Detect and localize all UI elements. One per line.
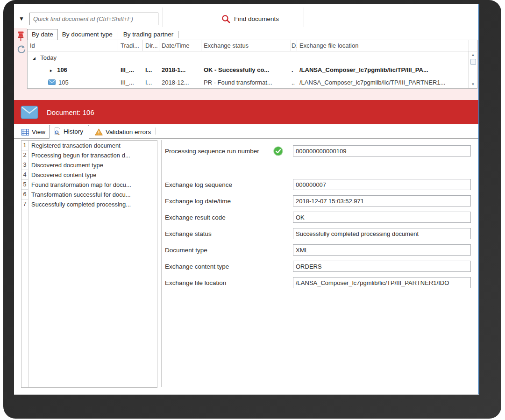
field-label: Document type — [165, 247, 273, 254]
doc-status: PR - Found transformat... — [201, 79, 291, 86]
list-item-number: 7 — [21, 199, 28, 209]
list-item-text: Successfully completed processing... — [28, 201, 131, 208]
doc-status: OK - Successfully co... — [201, 66, 291, 73]
banner-title: Document: 106 — [47, 108, 94, 116]
list-item[interactable]: 7 Successfully completed processing... — [21, 199, 157, 209]
field-row: Exchange log date/time — [165, 195, 273, 206]
documents-table: Id Tradi... Dir... Date/Time Exchange st… — [27, 40, 477, 89]
exchange-result-code-field[interactable] — [293, 212, 471, 223]
scrollbar-header-gap — [469, 40, 477, 51]
doc-d: .. — [291, 79, 297, 86]
doc-trading-partner: III_... — [118, 79, 143, 86]
exchange-content-type-field[interactable] — [293, 261, 471, 272]
history-search-icon — [54, 128, 61, 135]
list-item-number: 5 — [21, 180, 28, 190]
field-label: Exchange result code — [165, 214, 273, 221]
table-scrollbar[interactable]: ▲ ▼ — [469, 51, 477, 88]
field-row: Exchange log sequence — [165, 179, 273, 190]
scrollbar-thumb[interactable] — [470, 59, 476, 65]
processing-sequence-run-number-field[interactable] — [293, 145, 471, 157]
table-view-icon — [21, 129, 29, 135]
toolbar: ▼ Find documents — [14, 4, 478, 28]
exchange-log-datetime-field[interactable] — [293, 195, 471, 206]
list-item[interactable]: 6 Transformation successful for docu... — [21, 190, 157, 199]
success-check-icon — [273, 146, 287, 156]
column-header-file-location[interactable]: Exchange file location — [297, 40, 469, 51]
tab-by-date[interactable]: By date — [27, 29, 58, 40]
list-item-number: 1 — [21, 141, 28, 150]
tab-separator — [118, 31, 118, 38]
column-header-trading[interactable]: Tradi... — [118, 40, 143, 51]
doc-id: 105 — [58, 79, 69, 86]
refresh-icon[interactable] — [16, 44, 27, 55]
exchange-file-location-field[interactable] — [293, 277, 471, 288]
document-banner: Document: 106 — [14, 100, 478, 124]
tab-view[interactable]: View — [18, 127, 49, 138]
doc-direction: I... — [143, 79, 159, 86]
list-item-text: Discovered document type — [28, 162, 103, 169]
field-label: Processing sequence run number — [165, 148, 273, 155]
doc-id: 106 — [57, 66, 67, 73]
doc-datetime: 2018-1... — [159, 66, 201, 73]
tab-separator — [156, 128, 156, 135]
exchange-log-sequence-field[interactable] — [293, 179, 471, 190]
envelope-icon — [21, 106, 38, 119]
screenshot-stage: ▼ Find documents — [0, 0, 505, 420]
scroll-up-icon[interactable]: ▲ — [471, 51, 475, 59]
envelope-icon — [48, 79, 56, 85]
list-item[interactable]: 1 Registered transaction document — [21, 141, 157, 150]
doc-direction: I... — [143, 66, 159, 73]
field-row: Exchange file location — [165, 277, 273, 288]
pin-icon[interactable] — [17, 31, 25, 42]
doc-file-location: /LANSA_Composer_lc7pgmlib/lic/TP/III_PA.… — [297, 66, 469, 73]
column-header-id[interactable]: Id — [28, 40, 118, 51]
tab-by-document-type[interactable]: By document type — [58, 29, 117, 40]
table-header-row: Id Tradi... Dir... Date/Time Exchange st… — [28, 40, 477, 51]
column-header-d[interactable]: D. — [291, 40, 297, 51]
list-item[interactable]: 3 Discovered document type — [21, 160, 157, 170]
field-label: Exchange status — [165, 230, 273, 237]
list-item-number: 2 — [21, 150, 28, 160]
group-row-today[interactable]: ◢ Today — [28, 51, 469, 64]
list-item[interactable]: 2 Processing begun for transaction d... — [21, 150, 157, 160]
chevron-down-icon[interactable]: ▼ — [19, 15, 24, 22]
tab-by-trading-partner[interactable]: By trading partner — [119, 29, 178, 40]
list-item-text: Discovered content type — [28, 171, 96, 178]
row-expand-icon[interactable]: ▸ — [50, 68, 52, 73]
list-item[interactable]: 4 Discovered content type — [21, 170, 157, 180]
field-row: Processing sequence run number — [165, 145, 287, 157]
tab-history[interactable]: History — [49, 125, 89, 139]
field-row: Document type — [165, 244, 273, 256]
toolbar-separator — [304, 7, 304, 27]
tab-validation-errors[interactable]: Validation errors — [91, 127, 155, 138]
scroll-down-icon[interactable]: ▼ — [471, 81, 475, 88]
list-item-text: Transformation successful for docu... — [28, 191, 131, 198]
tab-validation-errors-label: Validation errors — [106, 128, 151, 135]
table-row-106[interactable]: ▸ 106 III_... I... 2018-1... OK - Succes… — [28, 64, 469, 76]
panel-splitter[interactable] — [161, 140, 162, 387]
field-label: Exchange log date/time — [165, 198, 273, 205]
list-item-number: 6 — [21, 190, 28, 199]
column-header-datetime[interactable]: Date/Time — [159, 40, 201, 51]
table-row-105[interactable]: 105 III_... I... 2018-12... PR - Found t… — [28, 76, 469, 88]
field-row: Exchange result code — [165, 212, 273, 223]
quick-find-input[interactable] — [29, 13, 158, 25]
list-item-text: Processing begun for transaction d... — [28, 152, 130, 159]
column-header-direction[interactable]: Dir... — [143, 40, 159, 51]
field-label: Exchange file location — [165, 279, 273, 286]
documents-panel: By date By document type By trading part… — [14, 28, 478, 100]
field-label: Exchange log sequence — [165, 181, 273, 188]
document-type-field[interactable] — [293, 244, 471, 256]
detail-tab-strip: View History — [14, 124, 478, 139]
group-expanded-icon[interactable]: ◢ — [32, 56, 36, 61]
find-documents-button[interactable]: Find documents — [221, 12, 279, 25]
exchange-status-field[interactable] — [293, 228, 471, 239]
field-row: Exchange content type — [165, 261, 273, 272]
doc-d: . — [291, 66, 297, 73]
field-row: Exchange status — [165, 228, 273, 239]
list-item[interactable]: 5 Found transformation map for docu... — [21, 180, 157, 190]
history-content: 1 Registered transaction document 2 Proc… — [14, 139, 478, 391]
tab-view-label: View — [32, 128, 45, 135]
column-header-status[interactable]: Exchange status — [201, 40, 291, 51]
list-item-number: 4 — [21, 170, 28, 180]
